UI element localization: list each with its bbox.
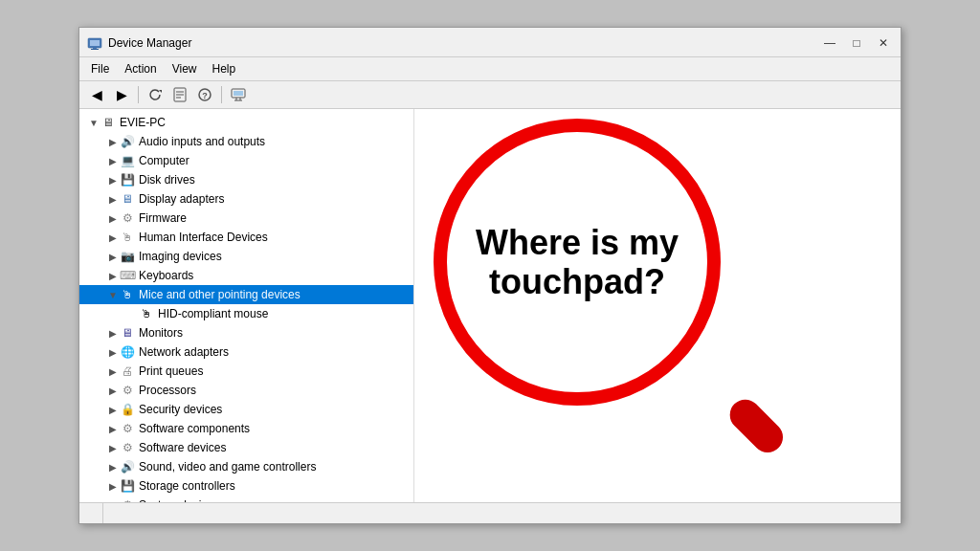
display-label: Display adapters — [139, 192, 224, 206]
keyboards-arrow: ▶ — [106, 271, 120, 281]
imaging-label: Imaging devices — [139, 250, 222, 263]
refresh-button[interactable] — [144, 84, 167, 105]
tree-item-firmware[interactable]: ▶ ⚙ Firmware — [79, 209, 413, 228]
processors-arrow: ▶ — [106, 386, 120, 396]
sound-icon: 🔊 — [120, 459, 135, 474]
software-components-arrow: ▶ — [106, 424, 120, 434]
tree-panel[interactable]: ▼ 🖥 EVIE-PC ▶ 🔊 Audio inputs and outputs… — [79, 109, 414, 502]
back-button[interactable]: ◀ — [85, 84, 108, 105]
security-label: Security devices — [139, 403, 222, 416]
monitors-arrow: ▶ — [106, 328, 120, 339]
root-expand-arrow: ▼ — [87, 118, 100, 128]
sound-arrow: ▶ — [106, 462, 120, 473]
magnifier-handle-svg — [644, 329, 797, 482]
magnifier-overlay: Where is my touchpad? — [434, 119, 797, 482]
toolbar: ◀ ▶ ? — [79, 81, 901, 109]
tree-item-mice[interactable]: ▼ 🖱 Mice and other pointing devices — [79, 285, 413, 304]
computer-label: Computer — [139, 154, 189, 167]
network-icon: 🌐 — [120, 344, 135, 360]
software-devices-icon: ⚙ — [120, 440, 135, 455]
tree-item-keyboards[interactable]: ▶ ⌨ Keyboards — [79, 266, 413, 285]
content-area: ▼ 🖥 EVIE-PC ▶ 🔊 Audio inputs and outputs… — [79, 109, 901, 502]
hid-icon: 🖱 — [120, 230, 135, 245]
system-label: System devices — [139, 498, 219, 502]
software-devices-label: Software devices — [139, 441, 226, 454]
tree-item-print[interactable]: ▶ 🖨 Print queues — [79, 362, 413, 381]
status-text — [87, 503, 103, 523]
forward-button[interactable]: ▶ — [110, 84, 133, 105]
tree-item-disk[interactable]: ▶ 💾 Disk drives — [79, 170, 413, 189]
window-title: Device Manager — [108, 36, 191, 50]
maximize-button[interactable]: □ — [847, 33, 866, 53]
computer-arrow: ▶ — [106, 156, 120, 166]
tree-item-display[interactable]: ▶ 🖥 Display adapters — [79, 189, 413, 209]
storage-arrow: ▶ — [106, 481, 120, 492]
imaging-icon: 📷 — [120, 249, 135, 264]
tree-item-network[interactable]: ▶ 🌐 Network adapters — [79, 342, 413, 362]
print-label: Print queues — [139, 364, 203, 378]
hid-arrow: ▶ — [106, 232, 120, 243]
tree-item-security[interactable]: ▶ 🔒 Security devices — [79, 400, 413, 419]
tree-item-hid-mouse[interactable]: 🖱 HID-compliant mouse — [79, 304, 413, 323]
tree-item-system[interactable]: ▶ ⚙ System devices — [79, 496, 413, 502]
root-label: EVIE-PC — [120, 116, 166, 129]
close-button[interactable]: ✕ — [874, 33, 893, 53]
keyboards-icon: ⌨ — [120, 268, 135, 283]
disk-arrow: ▶ — [106, 175, 120, 186]
menu-file[interactable]: File — [83, 59, 117, 78]
system-icon: ⚙ — [120, 497, 135, 502]
hid-mouse-icon: 🖱 — [139, 306, 154, 321]
overlay-line2: touchpad? — [489, 262, 665, 301]
toolbar-separator-2 — [221, 86, 222, 103]
tree-item-storage[interactable]: ▶ 💾 Storage controllers — [79, 476, 413, 496]
hid-label: Human Interface Devices — [139, 231, 268, 244]
svg-rect-1 — [90, 40, 100, 46]
menu-bar: File Action View Help — [79, 57, 901, 81]
magnifier-text: Where is my touchpad? — [457, 204, 698, 321]
minimize-button[interactable]: — — [820, 33, 839, 53]
sound-label: Sound, video and game controllers — [139, 460, 316, 474]
storage-icon: 💾 — [120, 478, 135, 494]
monitor-button[interactable] — [227, 84, 250, 105]
help-button[interactable]: ? — [193, 84, 216, 105]
tree-item-imaging[interactable]: ▶ 📷 Imaging devices — [79, 247, 413, 266]
refresh-icon — [147, 87, 163, 102]
status-bar — [79, 502, 901, 523]
system-arrow: ▶ — [106, 500, 120, 503]
tree-item-software-components[interactable]: ▶ ⚙ Software components — [79, 419, 413, 438]
display-arrow: ▶ — [106, 194, 120, 205]
magnifier-circle: Where is my touchpad? — [434, 119, 721, 406]
tree-root[interactable]: ▼ 🖥 EVIE-PC — [79, 113, 413, 132]
tree-item-monitors[interactable]: ▶ 🖥 Monitors — [79, 323, 413, 342]
svg-rect-3 — [91, 49, 99, 50]
software-devices-arrow: ▶ — [106, 443, 120, 453]
hid-mouse-arrow — [125, 309, 139, 320]
security-arrow: ▶ — [106, 405, 120, 415]
root-icon: 🖥 — [100, 115, 116, 130]
print-icon: 🖨 — [120, 364, 135, 379]
tree-item-computer[interactable]: ▶ 💻 Computer — [79, 151, 413, 170]
network-arrow: ▶ — [106, 347, 120, 358]
firmware-icon: ⚙ — [120, 210, 135, 226]
title-bar-left: Device Manager — [87, 35, 191, 51]
right-panel: Where is my touchpad? — [414, 109, 901, 502]
audio-arrow: ▶ — [106, 137, 120, 147]
properties-button[interactable] — [168, 84, 191, 105]
firmware-arrow: ▶ — [106, 213, 120, 224]
processors-label: Processors — [139, 384, 196, 397]
menu-view[interactable]: View — [165, 59, 205, 78]
device-manager-window: Device Manager — □ ✕ File Action View He… — [78, 27, 902, 524]
title-controls: — □ ✕ — [820, 33, 893, 53]
tree-item-software-devices[interactable]: ▶ ⚙ Software devices — [79, 438, 413, 457]
menu-action[interactable]: Action — [117, 59, 164, 78]
tree-item-audio[interactable]: ▶ 🔊 Audio inputs and outputs — [79, 132, 413, 151]
monitors-icon: 🖥 — [120, 325, 135, 341]
tree-item-processors[interactable]: ▶ ⚙ Processors — [79, 381, 413, 400]
disk-icon: 💾 — [120, 172, 135, 187]
security-icon: 🔒 — [120, 402, 135, 417]
tree-item-sound[interactable]: ▶ 🔊 Sound, video and game controllers — [79, 457, 413, 476]
menu-help[interactable]: Help — [205, 59, 244, 78]
software-components-label: Software components — [139, 422, 250, 435]
tree-item-hid[interactable]: ▶ 🖱 Human Interface Devices — [79, 228, 413, 247]
software-components-icon: ⚙ — [120, 421, 135, 436]
